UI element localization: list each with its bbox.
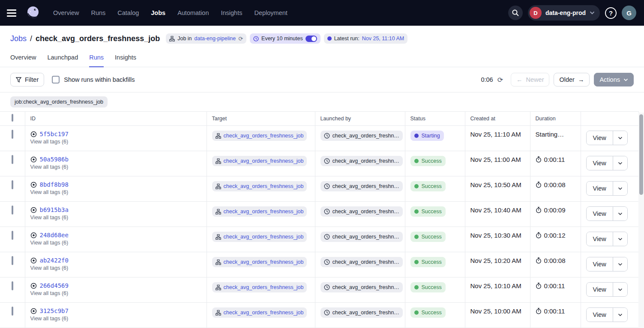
nav-item-catalog[interactable]: Catalog bbox=[117, 9, 139, 16]
search-icon[interactable] bbox=[508, 6, 523, 20]
view-run-button[interactable]: View bbox=[587, 257, 613, 271]
target-chip[interactable]: check_avg_orders_freshness_job bbox=[212, 282, 307, 292]
view-all-tags-link[interactable]: View all tags (6) bbox=[30, 164, 201, 170]
nav-item-insights[interactable]: Insights bbox=[221, 9, 242, 16]
status-badge[interactable]: Success bbox=[410, 307, 446, 318]
target-chip[interactable]: check_avg_orders_freshness_job bbox=[212, 181, 307, 191]
select-all-checkbox[interactable] bbox=[12, 114, 13, 122]
target-chip[interactable]: check_avg_orders_freshness_job bbox=[212, 232, 307, 242]
user-avatar[interactable]: G bbox=[622, 6, 636, 20]
view-run-button[interactable]: View bbox=[587, 182, 613, 195]
newer-button[interactable]: ← Newer bbox=[511, 73, 549, 86]
active-filters: job:check_avg_orders_freshness_job bbox=[0, 92, 644, 111]
help-icon[interactable]: ? bbox=[605, 7, 617, 19]
status-badge[interactable]: Success bbox=[410, 282, 446, 292]
row-menu-chevron-icon[interactable] bbox=[613, 207, 627, 221]
tab-overview[interactable]: Overview bbox=[10, 54, 36, 67]
target-chip[interactable]: check_avg_orders_freshness_job bbox=[212, 156, 307, 166]
row-checkbox[interactable] bbox=[12, 256, 13, 265]
status-badge[interactable]: Success bbox=[410, 156, 446, 166]
schedule-toggle[interactable] bbox=[306, 36, 317, 42]
row-menu-chevron-icon[interactable] bbox=[613, 283, 627, 296]
row-checkbox[interactable] bbox=[12, 206, 13, 215]
launched-by-chip[interactable]: check_avg_orders_freshn… bbox=[321, 232, 403, 242]
filter-button[interactable]: Filter bbox=[10, 73, 44, 86]
row-checkbox[interactable] bbox=[12, 180, 13, 189]
run-id-link[interactable]: b6915b3a bbox=[40, 206, 69, 213]
row-menu-chevron-icon[interactable] bbox=[613, 308, 627, 322]
row-menu-chevron-icon[interactable] bbox=[613, 182, 627, 195]
older-button[interactable]: Older → bbox=[554, 73, 590, 86]
row-menu-chevron-icon[interactable] bbox=[613, 131, 627, 145]
view-all-tags-link[interactable]: View all tags (6) bbox=[30, 139, 201, 145]
workspace-switcher[interactable]: D data-eng-prod bbox=[528, 5, 600, 21]
scrollbar-thumb[interactable] bbox=[639, 114, 643, 195]
view-run-button[interactable]: View bbox=[587, 308, 613, 322]
reload-icon[interactable]: ⟳ bbox=[238, 36, 243, 42]
row-checkbox[interactable] bbox=[12, 130, 13, 139]
run-icon bbox=[30, 283, 37, 289]
status-badge[interactable]: Success bbox=[410, 232, 446, 242]
row-actions: View bbox=[586, 181, 628, 196]
refresh-icon[interactable]: ⟳ bbox=[497, 76, 503, 84]
backfills-checkbox-row[interactable]: Show runs within backfills bbox=[52, 76, 135, 83]
nav-item-deployment[interactable]: Deployment bbox=[254, 9, 287, 16]
view-all-tags-link[interactable]: View all tags (6) bbox=[30, 215, 201, 221]
nav-item-jobs[interactable]: Jobs bbox=[151, 9, 165, 16]
run-id-link[interactable]: 3125c9b7 bbox=[40, 307, 69, 314]
row-checkbox[interactable] bbox=[12, 231, 13, 240]
run-id-link[interactable]: 5f5bc197 bbox=[40, 131, 69, 137]
target-chip[interactable]: check_avg_orders_freshness_job bbox=[212, 206, 307, 217]
row-checkbox[interactable] bbox=[12, 281, 13, 290]
view-run-button[interactable]: View bbox=[587, 207, 613, 221]
launched-by-chip[interactable]: check_avg_orders_freshn… bbox=[321, 206, 403, 217]
view-run-button[interactable]: View bbox=[587, 232, 613, 246]
view-all-tags-link[interactable]: View all tags (6) bbox=[30, 240, 201, 246]
run-id-link[interactable]: 50a5986b bbox=[40, 156, 69, 163]
view-all-tags-link[interactable]: View all tags (6) bbox=[30, 265, 201, 271]
row-menu-chevron-icon[interactable] bbox=[613, 156, 627, 170]
latest-run-link[interactable]: Nov 25, 11:10 AM bbox=[362, 36, 404, 42]
menu-icon[interactable] bbox=[7, 7, 19, 19]
nav-item-overview[interactable]: Overview bbox=[53, 9, 79, 16]
dagster-logo-icon[interactable] bbox=[25, 5, 41, 21]
launched-by-chip[interactable]: check_avg_orders_freshn… bbox=[321, 131, 403, 141]
tab-runs[interactable]: Runs bbox=[89, 54, 104, 67]
launched-by-chip[interactable]: check_avg_orders_freshn… bbox=[321, 257, 403, 267]
row-checkbox[interactable] bbox=[12, 155, 13, 164]
status-badge[interactable]: Success bbox=[410, 181, 446, 191]
view-run-button[interactable]: View bbox=[587, 283, 613, 296]
row-checkbox[interactable] bbox=[12, 307, 13, 316]
launched-by-chip[interactable]: check_avg_orders_freshn… bbox=[321, 282, 403, 292]
tab-insights[interactable]: Insights bbox=[115, 54, 136, 67]
row-menu-chevron-icon[interactable] bbox=[613, 257, 627, 271]
code-location-link[interactable]: data-eng-pipeline bbox=[195, 36, 236, 42]
breadcrumb-jobs-link[interactable]: Jobs bbox=[10, 34, 27, 43]
target-chip[interactable]: check_avg_orders_freshness_job bbox=[212, 257, 307, 267]
status-badge[interactable]: Starting bbox=[410, 131, 444, 141]
actions-button[interactable]: Actions bbox=[594, 73, 634, 86]
status-badge[interactable]: Success bbox=[410, 206, 446, 217]
view-run-button[interactable]: View bbox=[587, 131, 613, 145]
job-filter-tag[interactable]: job:check_avg_orders_freshness_job bbox=[10, 96, 108, 107]
view-all-tags-link[interactable]: View all tags (6) bbox=[30, 290, 201, 296]
view-all-tags-link[interactable]: View all tags (6) bbox=[30, 316, 201, 322]
launched-by-chip[interactable]: check_avg_orders_freshn… bbox=[321, 307, 403, 318]
launched-by-chip[interactable]: check_avg_orders_freshn… bbox=[321, 156, 403, 166]
nav-item-runs[interactable]: Runs bbox=[91, 9, 105, 16]
view-run-button[interactable]: View bbox=[587, 156, 613, 170]
nav-item-automation[interactable]: Automation bbox=[177, 9, 209, 16]
tab-launchpad[interactable]: Launchpad bbox=[47, 54, 78, 67]
backfills-checkbox[interactable] bbox=[52, 76, 60, 83]
status-badge[interactable]: Success bbox=[410, 257, 446, 267]
launched-by-chip[interactable]: check_avg_orders_freshn… bbox=[321, 181, 403, 191]
target-chip[interactable]: check_avg_orders_freshness_job bbox=[212, 131, 307, 141]
run-id-link[interactable]: 248d68ee bbox=[40, 232, 69, 239]
run-id-link[interactable]: ab2422f0 bbox=[40, 257, 69, 264]
run-id-link[interactable]: 8bdf8b98 bbox=[40, 181, 69, 188]
vertical-scrollbar[interactable] bbox=[638, 113, 644, 328]
run-id-link[interactable]: 266d4569 bbox=[40, 282, 69, 289]
row-menu-chevron-icon[interactable] bbox=[613, 232, 627, 246]
view-all-tags-link[interactable]: View all tags (6) bbox=[30, 189, 201, 195]
target-chip[interactable]: check_avg_orders_freshness_job bbox=[212, 307, 307, 318]
